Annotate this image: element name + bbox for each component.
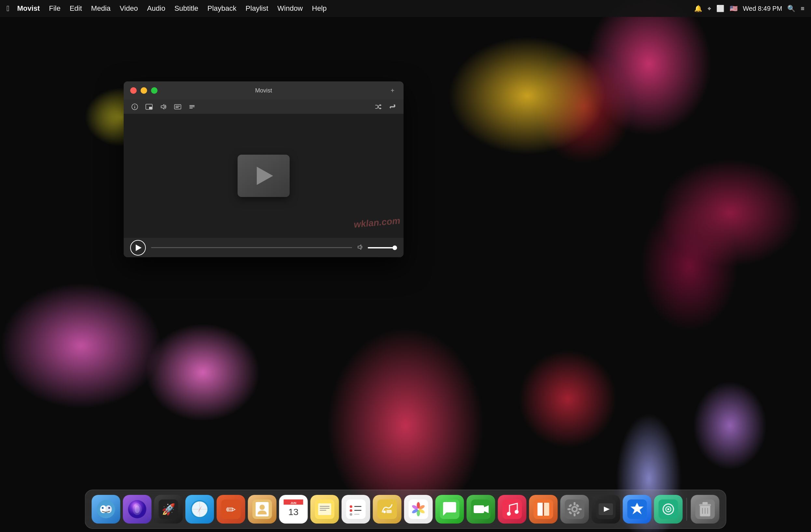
- dock-contacts[interactable]: [248, 495, 277, 523]
- svg-rect-63: [474, 505, 484, 513]
- dock-safari[interactable]: [185, 495, 214, 523]
- volume-icon[interactable]: [357, 244, 365, 252]
- maximize-button[interactable]: [151, 87, 157, 94]
- svg-point-74: [573, 507, 576, 511]
- volume-button[interactable]: [157, 102, 169, 112]
- svg-rect-65: [503, 499, 522, 519]
- svg-point-45: [350, 505, 352, 508]
- video-placeholder: [238, 155, 290, 197]
- svg-rect-8: [175, 107, 179, 108]
- traffic-lights: [130, 87, 157, 94]
- pip-button[interactable]: [143, 102, 155, 112]
- menu-playlist[interactable]: Playlist: [241, 4, 273, 13]
- svg-rect-1: [134, 106, 135, 108]
- svg-rect-46: [354, 506, 362, 507]
- desktop: [0, 0, 811, 532]
- menu-media[interactable]: Media: [87, 4, 115, 13]
- airplay-icon[interactable]: ⬜: [716, 4, 724, 12]
- svg-rect-77: [568, 508, 571, 510]
- language-icon[interactable]: 🇺🇸: [730, 4, 738, 12]
- dock-freeform[interactable]: [373, 495, 402, 523]
- dock-siri[interactable]: [123, 495, 152, 523]
- screen-record-icon[interactable]: ⌖: [707, 5, 711, 12]
- dock-trash[interactable]: [691, 495, 720, 523]
- svg-text:JUN: JUN: [290, 501, 296, 505]
- svg-rect-75: [574, 502, 576, 505]
- dock-linea-link[interactable]: ✏: [217, 495, 245, 523]
- shuffle-button[interactable]: [372, 102, 384, 112]
- dock-proxyman[interactable]: [654, 495, 683, 523]
- menu-subtitle[interactable]: Subtitle: [170, 4, 203, 13]
- svg-rect-6: [174, 105, 181, 109]
- svg-text:13: 13: [288, 507, 299, 517]
- svg-point-67: [515, 510, 519, 514]
- close-button[interactable]: [130, 87, 137, 94]
- dock-messages[interactable]: [435, 495, 464, 523]
- repeat-button[interactable]: [387, 102, 398, 112]
- dock-movist-icon[interactable]: [592, 495, 620, 523]
- add-media-button[interactable]: +: [388, 86, 397, 95]
- playlist-button[interactable]: [186, 102, 198, 112]
- play-button[interactable]: [130, 240, 146, 256]
- captions-button[interactable]: [172, 102, 184, 112]
- spotlight-icon[interactable]: 🔍: [787, 4, 795, 12]
- dock: 🚀 ✏ JUN: [85, 490, 726, 529]
- info-button[interactable]: [129, 102, 141, 112]
- menu-edit[interactable]: Edit: [65, 4, 87, 13]
- volume-knob: [393, 245, 397, 250]
- menu-clock: Wed 8:49 PM: [743, 5, 782, 12]
- dock-facetime[interactable]: [467, 495, 495, 523]
- video-area[interactable]: wklan.com: [124, 114, 403, 238]
- control-center-icon[interactable]: ≡: [800, 5, 805, 12]
- menu-video[interactable]: Video: [115, 4, 142, 13]
- svg-rect-69: [538, 503, 544, 516]
- menu-window[interactable]: Window: [273, 4, 307, 13]
- svg-point-17: [108, 507, 110, 509]
- dock-finder[interactable]: [92, 495, 120, 523]
- dock-photos[interactable]: [404, 495, 433, 523]
- dock-system-preferences[interactable]: [561, 495, 589, 523]
- svg-rect-42: [320, 508, 330, 508]
- svg-text:✏: ✏: [226, 503, 236, 516]
- window-titlebar: Movist +: [124, 81, 403, 100]
- dock-calendar[interactable]: JUN 13: [279, 495, 308, 523]
- volume-section: [357, 244, 397, 252]
- dock-launchpad[interactable]: 🚀: [154, 495, 183, 523]
- svg-rect-48: [354, 510, 362, 511]
- menu-help[interactable]: Help: [308, 4, 331, 13]
- svg-marker-5: [161, 105, 164, 109]
- dock-books[interactable]: [529, 495, 558, 523]
- controls-bar: [124, 238, 403, 257]
- menu-playback[interactable]: Playback: [203, 4, 241, 13]
- svg-point-20: [135, 505, 140, 513]
- dock-app-store[interactable]: [623, 495, 652, 523]
- player-window: Movist +: [124, 81, 403, 257]
- menu-audio[interactable]: Audio: [142, 4, 170, 13]
- window-title: Movist: [255, 87, 272, 94]
- svg-rect-51: [378, 499, 397, 519]
- svg-rect-41: [320, 506, 330, 506]
- svg-rect-4: [149, 107, 152, 109]
- dock-reminders[interactable]: [342, 495, 370, 523]
- notification-icon[interactable]: 🔔: [694, 4, 702, 12]
- apple-menu[interactable]: : [6, 4, 13, 13]
- volume-fill: [368, 247, 393, 248]
- svg-point-16: [102, 507, 104, 509]
- dock-music[interactable]: [498, 495, 526, 523]
- svg-point-33: [260, 505, 265, 510]
- svg-rect-78: [579, 508, 582, 510]
- svg-text:🚀: 🚀: [162, 503, 176, 516]
- menu-file[interactable]: File: [44, 4, 65, 13]
- window-right-controls: +: [388, 86, 397, 95]
- volume-slider[interactable]: [368, 247, 397, 248]
- minimize-button[interactable]: [141, 87, 147, 94]
- svg-rect-53: [387, 510, 392, 513]
- svg-point-90: [668, 508, 670, 510]
- svg-point-66: [507, 512, 511, 516]
- menu-movist[interactable]: Movist: [13, 4, 45, 13]
- toolbar: [124, 100, 403, 114]
- svg-rect-44: [346, 499, 366, 519]
- svg-rect-94: [703, 502, 708, 505]
- progress-bar[interactable]: [151, 247, 352, 248]
- dock-notes[interactable]: [310, 495, 339, 523]
